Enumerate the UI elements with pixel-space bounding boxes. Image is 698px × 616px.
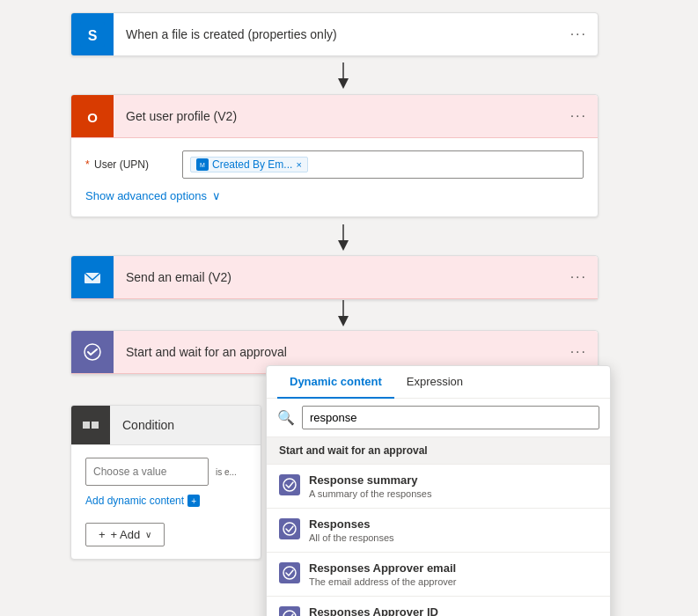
panel-item-content-3: Responses Approver ID: [309, 605, 598, 616]
panel-search-row: 🔍: [267, 399, 610, 437]
step4-title: Start and wait for an approval: [114, 334, 560, 370]
step1-card[interactable]: S When a file is created (properties onl…: [70, 12, 599, 56]
arrow3-svg: [335, 300, 351, 326]
step2-more-button[interactable]: ···: [560, 98, 598, 135]
step4-icon: [71, 331, 114, 373]
panel-item-response-summary[interactable]: Response summary A summary of the respon…: [267, 465, 610, 509]
panel-item-title-3: Responses Approver ID: [309, 605, 598, 616]
panel-item-icon-0: [279, 474, 300, 495]
token-chip: M Created By Em... ×: [190, 157, 308, 172]
step1-title: When a file is created (properties only): [114, 17, 560, 52]
token-inner-icon: M: [198, 160, 207, 169]
panel-item-title-2: Responses Approver email: [309, 561, 598, 575]
panel-search-input[interactable]: [302, 406, 599, 429]
condition-icon: [71, 406, 110, 444]
approval-icon: [80, 340, 105, 364]
panel-item-desc-2: The email address of the approver: [309, 576, 598, 587]
dynamic-content-panel: Dynamic content Expression 🔍 Start and w…: [266, 365, 611, 616]
arrow1-svg: [335, 62, 351, 89]
condition-icon-svg: [78, 413, 103, 437]
tab-dynamic-content[interactable]: Dynamic content: [277, 366, 394, 399]
sharepoint-icon: S: [80, 22, 105, 47]
panel-item-responses[interactable]: Responses All of the responses: [267, 509, 610, 553]
step2-user-input[interactable]: M Created By Em... ×: [182, 150, 584, 179]
panel-item-content-0: Response summary A summary of the respon…: [309, 473, 598, 499]
add-button-row: + + Add ∨: [85, 519, 246, 546]
condition-body: is e... Add dynamic content + + + Add ∨: [71, 445, 261, 559]
step1-more-button[interactable]: ···: [560, 16, 598, 53]
approval-item-icon-3: [283, 610, 297, 616]
panel-section-header: Start and wait for an approval: [267, 437, 610, 465]
step2-field-row: * User (UPN) M Created By Em...: [85, 150, 584, 179]
office-icon: O: [80, 104, 105, 128]
condition-row: is e...: [85, 458, 246, 486]
panel-item-approver-email[interactable]: Responses Approver email The email addre…: [267, 553, 610, 597]
add-dynamic-content-button[interactable]: Add dynamic content +: [85, 495, 246, 507]
condition-value-input[interactable]: [85, 458, 209, 486]
svg-rect-16: [78, 413, 103, 437]
step2-field-label: * User (UPN): [85, 158, 182, 171]
step3-card: Send an email (V2) ···: [70, 255, 599, 300]
panel-item-desc-1: All of the responses: [309, 532, 598, 543]
add-icon: +: [99, 528, 106, 541]
panel-item-approver-id[interactable]: Responses Approver ID: [267, 597, 610, 616]
svg-rect-18: [92, 422, 99, 429]
svg-point-19: [283, 479, 296, 491]
step2-card-expanded: O Get user profile (V2) ··· * User (UPN): [70, 94, 599, 217]
step2-container: O Get user profile (V2) ··· * User (UPN): [70, 94, 599, 217]
step3-container: Send an email (V2) ···: [70, 255, 599, 300]
panel-item-title-0: Response summary: [309, 473, 598, 487]
svg-point-22: [283, 611, 296, 616]
required-star: *: [85, 158, 90, 171]
condition-header: Condition: [71, 406, 261, 445]
panel-item-content-1: Responses All of the responses: [309, 517, 598, 543]
arrow3: [326, 297, 361, 329]
arrow1: [326, 60, 361, 92]
panel-item-content-2: Responses Approver email The email addre…: [309, 561, 598, 587]
condition-container: Condition is e... Add dynamic content + …: [70, 405, 261, 560]
token-close-button[interactable]: ×: [296, 159, 301, 170]
svg-text:O: O: [87, 110, 98, 125]
show-advanced-button[interactable]: Show advanced options ∨: [85, 187, 584, 204]
step2-icon: O: [71, 95, 114, 137]
panel-item-icon-2: [279, 562, 300, 583]
arrow2: [326, 222, 361, 253]
step1-container: S When a file is created (properties onl…: [70, 12, 599, 56]
arrow2-svg: [335, 224, 351, 251]
svg-text:S: S: [88, 28, 98, 43]
svg-marker-13: [338, 316, 349, 326]
panel-item-title-1: Responses: [309, 517, 598, 531]
svg-marker-3: [338, 78, 349, 89]
step1-icon: S: [71, 13, 114, 55]
step3-title: Send an email (V2): [114, 260, 560, 295]
step2-header: O Get user profile (V2) ···: [71, 95, 598, 138]
token-icon: M: [196, 158, 209, 171]
tab-expression[interactable]: Expression: [394, 366, 475, 399]
outlook-icon: [80, 265, 105, 290]
panel-item-icon-1: [279, 518, 300, 539]
search-icon: 🔍: [277, 409, 295, 426]
panel-item-desc-0: A summary of the responses: [309, 488, 598, 499]
panel-item-icon-3: [279, 606, 300, 616]
approval-item-icon-1: [283, 522, 297, 536]
condition-is-eq-label: is e...: [216, 467, 237, 477]
approval-item-icon-2: [283, 566, 297, 580]
add-button[interactable]: + + Add ∨: [85, 523, 165, 546]
step3-more-button[interactable]: ···: [560, 259, 598, 296]
condition-title: Condition: [110, 407, 261, 443]
chevron-down-icon: ∨: [212, 189, 221, 202]
svg-text:M: M: [200, 162, 205, 168]
step2-body: * User (UPN) M Created By Em...: [71, 138, 598, 216]
svg-rect-17: [83, 422, 90, 429]
svg-point-21: [283, 567, 296, 579]
canvas: S When a file is created (properties onl…: [0, 0, 698, 616]
step3-icon: [71, 256, 114, 298]
add-dynamic-icon: +: [187, 495, 200, 507]
panel-tabs: Dynamic content Expression: [267, 366, 610, 399]
approval-item-icon-0: [283, 478, 297, 492]
svg-marker-9: [338, 240, 349, 251]
step3-header: Send an email (V2) ···: [71, 256, 598, 299]
step2-title: Get user profile (V2): [114, 99, 560, 134]
condition-card: Condition is e... Add dynamic content + …: [70, 405, 261, 560]
add-chevron-icon: ∨: [145, 530, 151, 539]
